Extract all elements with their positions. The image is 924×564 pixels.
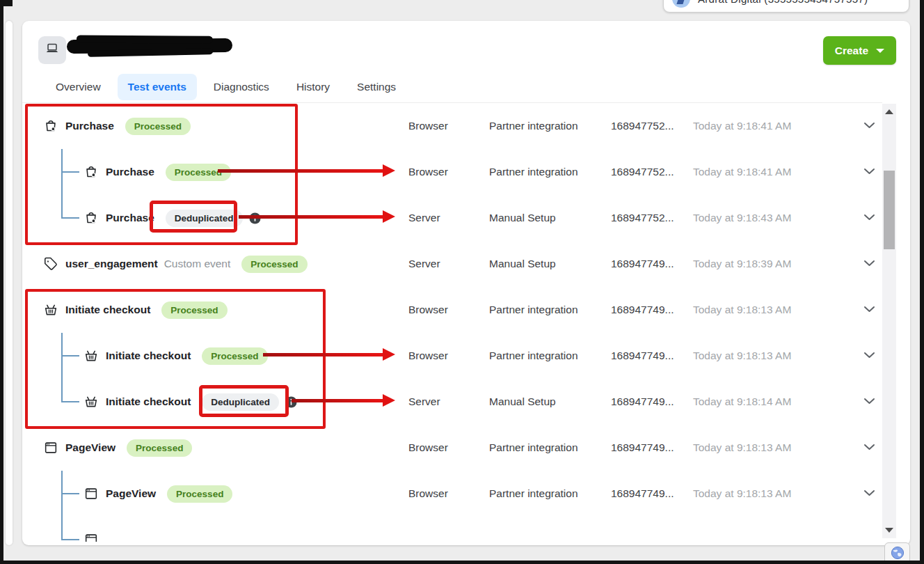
event-name-cell: PageView Processed	[43, 471, 408, 517]
event-name-cell: Purchase Deduplicated	[43, 195, 408, 241]
tab-settings[interactable]: Settings	[346, 74, 406, 100]
status-badge-group: Deduplicated	[202, 393, 297, 411]
event-row[interactable]: PageView Processed Browser Partner integ…	[22, 425, 882, 471]
tree-connector-line	[61, 217, 79, 219]
connection-method: Browser	[408, 120, 489, 132]
screenshot-border	[0, 0, 3, 564]
event-row[interactable]: Purchase Processed Browser Partner integ…	[22, 149, 882, 195]
event-id: 168947749...	[611, 487, 693, 500]
purchase-bag-icon	[83, 164, 99, 180]
info-icon[interactable]	[285, 396, 297, 408]
event-name: PageView	[106, 487, 156, 500]
event-row[interactable]: Initiate checkout Processed Browser Part…	[22, 333, 882, 379]
tree-connector-line	[61, 401, 79, 402]
scrollbar-thumb[interactable]	[884, 171, 895, 249]
tree-connector-line	[61, 356, 63, 379]
received-time: Today at 9:18:14 AM	[693, 395, 856, 408]
received-time: Today at 9:18:41 AM	[693, 120, 856, 132]
received-time: Today at 9:18:13 AM	[693, 304, 856, 316]
connection-method: Browser	[408, 304, 489, 316]
tree-connector-line	[61, 517, 63, 540]
event-id: 168947749...	[611, 395, 693, 408]
setup-method: Partner integration	[489, 304, 611, 316]
expand-row-button[interactable]	[856, 304, 882, 316]
setup-method: Partner integration	[489, 166, 611, 178]
received-time: Today at 9:18:39 AM	[693, 258, 856, 270]
status-badge: Deduplicated	[166, 210, 243, 227]
status-badge: Processed	[125, 118, 191, 135]
laptop-icon	[45, 41, 60, 59]
chevron-down-icon	[863, 395, 875, 408]
event-name: PageView	[65, 441, 116, 454]
screenshot-border	[0, 0, 13, 6]
event-rows: Purchase Processed Browser Partner integ…	[22, 102, 882, 542]
expand-row-button[interactable]	[856, 166, 882, 178]
tree-connector-line	[61, 471, 63, 494]
expand-row-button[interactable]	[856, 120, 882, 132]
event-row[interactable]: Purchase Deduplicated Server Manual Setu…	[22, 195, 882, 241]
scrollbar-down-arrow-icon[interactable]	[885, 528, 893, 533]
connection-method: Browser	[408, 166, 489, 178]
info-icon[interactable]	[249, 212, 261, 224]
chevron-down-icon	[863, 350, 875, 362]
received-time: Today at 9:18:13 AM	[693, 487, 856, 500]
event-name-cell: Initiate checkout Processed	[43, 333, 408, 379]
status-badge-group: Processed	[161, 301, 227, 319]
tab-test-events[interactable]: Test events	[118, 74, 197, 100]
screenshot-border	[0, 561, 924, 564]
tab-history[interactable]: History	[286, 74, 340, 100]
app-window: Ardrat Digital (3555555454757557) Create…	[0, 0, 924, 564]
status-badge-group: Processed	[202, 347, 267, 365]
tree-connector-line	[61, 149, 63, 172]
event-row[interactable]: Purchase Processed Browser Partner integ…	[22, 103, 882, 149]
setup-method: Manual Setup	[489, 395, 611, 408]
expand-row-button[interactable]	[856, 258, 882, 270]
event-name-cell: Purchase Processed	[43, 103, 408, 149]
status-badge: Processed	[167, 485, 232, 503]
received-time: Today at 9:18:13 AM	[693, 350, 856, 362]
pixel-source-icon-box	[38, 36, 66, 64]
event-name: Purchase	[106, 212, 154, 224]
setup-method: Manual Setup	[489, 212, 611, 224]
event-row[interactable]: PageView Processed Browser Partner integ…	[22, 471, 882, 517]
chevron-down-icon	[863, 212, 875, 224]
event-name-cell: Initiate checkout Deduplicated	[43, 379, 408, 425]
event-name: user_engagement	[65, 258, 158, 270]
expand-row-button[interactable]	[856, 487, 882, 500]
scrollbar[interactable]	[882, 104, 896, 538]
expand-row-button[interactable]	[856, 441, 882, 454]
create-button-label: Create	[835, 45, 868, 57]
event-id: 168947752...	[611, 212, 693, 224]
create-button[interactable]: Create	[823, 36, 896, 65]
basket-icon	[43, 302, 58, 318]
expand-row-button[interactable]	[856, 350, 882, 362]
event-name-cell: Initiate checkout Processed	[43, 287, 408, 333]
chevron-down-icon	[863, 304, 875, 316]
connection-method: Browser	[408, 350, 489, 362]
purchase-bag-icon	[83, 210, 99, 226]
status-badge-group: Processed	[127, 439, 192, 457]
account-avatar	[672, 0, 690, 8]
event-row[interactable]: Initiate checkout Processed Browser Part…	[22, 287, 882, 333]
event-id: 168947749...	[611, 350, 693, 362]
caret-down-icon	[876, 49, 884, 53]
account-selector[interactable]: Ardrat Digital (3555555454757557)	[663, 0, 909, 13]
globe-icon	[891, 546, 905, 563]
event-id: 168947749...	[611, 304, 693, 316]
setup-method: Partner integration	[489, 487, 611, 500]
status-badge: Processed	[161, 301, 227, 319]
tab-diagnostics[interactable]: Diagnostics	[203, 74, 280, 100]
received-time: Today at 9:18:43 AM	[693, 212, 856, 224]
event-row[interactable]	[22, 517, 882, 542]
event-row[interactable]: user_engagement Custom event Processed S…	[22, 241, 882, 287]
status-badge-group: Processed	[241, 256, 307, 273]
status-badge-group: Processed	[167, 485, 232, 503]
scrollbar-up-arrow-icon[interactable]	[885, 109, 893, 114]
tab-overview[interactable]: Overview	[45, 74, 111, 100]
expand-row-button[interactable]	[856, 212, 882, 224]
purchase-bag-icon	[43, 118, 58, 134]
expand-row-button[interactable]	[856, 395, 882, 408]
event-row[interactable]: Initiate checkout Deduplicated Server Ma…	[22, 379, 882, 425]
status-badge: Processed	[241, 256, 307, 273]
setup-method: Partner integration	[489, 441, 611, 454]
